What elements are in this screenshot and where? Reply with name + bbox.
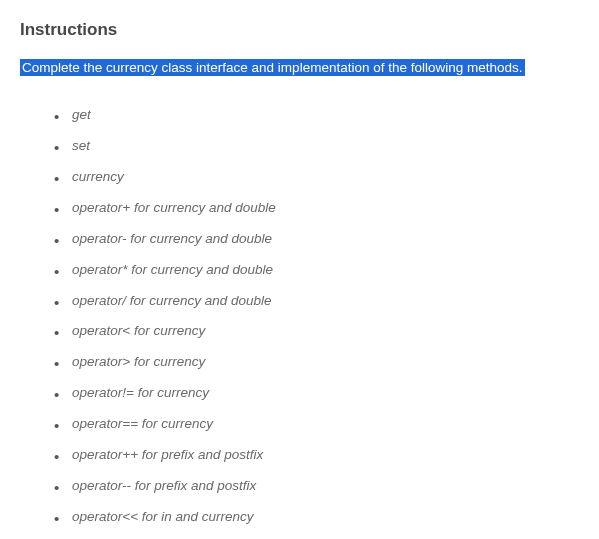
highlighted-instruction: Complete the currency class interface an… bbox=[20, 59, 525, 76]
intro-paragraph: Complete the currency class interface an… bbox=[20, 58, 579, 78]
list-item: operator-- for prefix and postfix bbox=[72, 471, 579, 502]
list-item: operator!= for currency bbox=[72, 378, 579, 409]
list-item: operator< for currency bbox=[72, 316, 579, 347]
list-item: operator+ for currency and double bbox=[72, 193, 579, 224]
list-item: operator* for currency and double bbox=[72, 255, 579, 286]
list-item: get bbox=[72, 100, 579, 131]
method-list: getsetcurrencyoperator+ for currency and… bbox=[72, 100, 579, 539]
list-item: operator/ for currency and double bbox=[72, 286, 579, 317]
list-item: operator>> for out and currency bbox=[72, 533, 579, 539]
list-item: currency bbox=[72, 162, 579, 193]
list-item: operator- for currency and double bbox=[72, 224, 579, 255]
list-item: operator<< for in and currency bbox=[72, 502, 579, 533]
list-item: set bbox=[72, 131, 579, 162]
list-item: operator++ for prefix and postfix bbox=[72, 440, 579, 471]
list-item: operator> for currency bbox=[72, 347, 579, 378]
instructions-heading: Instructions bbox=[20, 20, 579, 40]
list-item: operator== for currency bbox=[72, 409, 579, 440]
